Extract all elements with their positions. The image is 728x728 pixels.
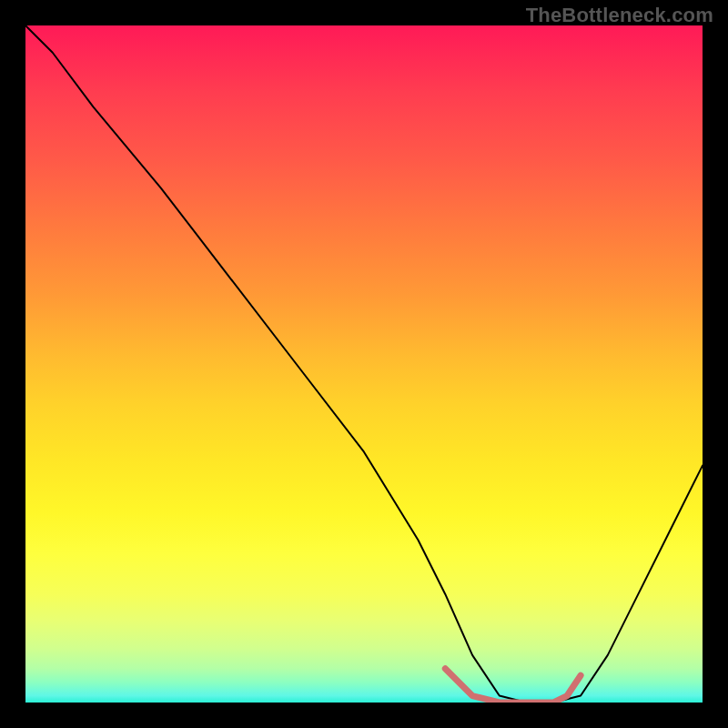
bottleneck-curve <box>25 25 703 703</box>
curve-layer <box>25 25 703 703</box>
watermark: TheBottleneck.com <box>526 4 713 27</box>
chart-container: TheBottleneck.com <box>0 0 728 728</box>
optimal-band <box>445 669 581 703</box>
plot-area <box>25 25 703 703</box>
